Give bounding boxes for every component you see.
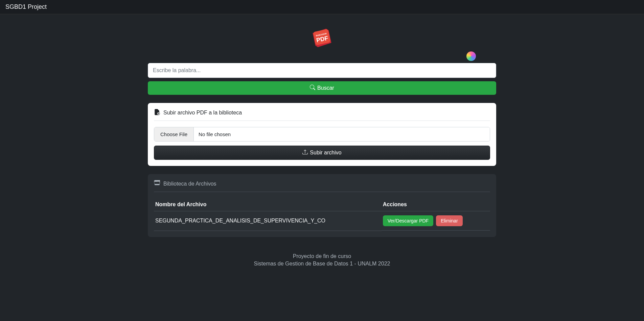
search-icon [310,85,315,91]
library-table: Nombre del Archivo Acciones SEGUNDA_PRAC… [154,198,490,231]
upload-button-label: Subir archivo [310,150,341,156]
search-input[interactable] [148,63,496,78]
color-orb-icon [466,51,476,61]
choose-file-button[interactable]: Choose File [154,127,194,141]
search-button[interactable]: Buscar [148,81,496,95]
view-download-button[interactable]: Ver/Descargar PDF [383,215,433,226]
navbar: SGBD1 Project [0,0,644,14]
upload-icon [302,149,308,156]
folder-icon [154,180,160,188]
file-status-text: No file chosen [194,127,490,141]
logo-section: BUSCADOR PDF [148,14,496,63]
brand-link[interactable]: SGBD1 Project [5,3,47,10]
delete-button[interactable]: Eliminar [436,215,463,226]
upload-card-title: Subir archivo PDF a la biblioteca [154,109,490,121]
search-section: Buscar [148,63,496,95]
upload-submit-button[interactable]: Subir archivo [154,146,490,160]
search-button-label: Buscar [317,85,334,91]
table-row: SEGUNDA_PRACTICA_DE_ANALISIS_DE_SUPERVIV… [154,211,490,231]
file-name-cell: SEGUNDA_PRACTICA_DE_ANALISIS_DE_SUPERVIV… [154,211,382,231]
file-input-group: Choose File No file chosen [154,127,490,142]
library-title-text: Biblioteca de Archivos [163,181,216,187]
pdf-logo-icon: BUSCADOR PDF [308,24,336,51]
footer-line-1: Proyecto de fin de curso [148,253,496,259]
library-card-title: Biblioteca de Archivos [154,180,490,192]
upload-card: Subir archivo PDF a la biblioteca Choose… [148,103,496,166]
library-card: Biblioteca de Archivos Nombre del Archiv… [148,174,496,237]
column-filename: Nombre del Archivo [154,198,382,211]
column-actions: Acciones [382,198,490,211]
footer-line-2: Sistemas de Gestion de Base de Datos 1 -… [148,261,496,267]
upload-title-text: Subir archivo PDF a la biblioteca [163,110,242,116]
file-upload-icon [154,109,160,116]
footer: Proyecto de fin de curso Sistemas de Ges… [148,245,496,282]
